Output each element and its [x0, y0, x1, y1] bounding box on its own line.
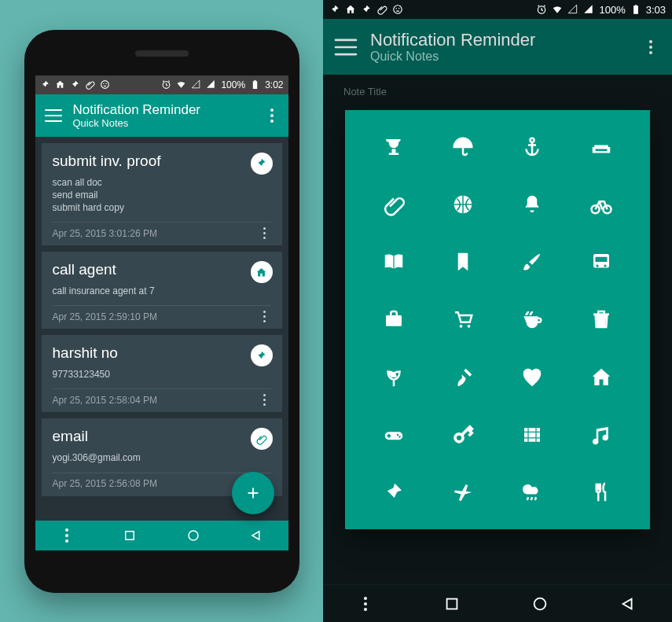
note-title: call agent	[53, 261, 271, 278]
note-time: Apr 25, 2015 3:01:26 PM	[53, 228, 157, 239]
umbrella-icon[interactable]	[449, 133, 477, 161]
signal-icon	[206, 79, 216, 90]
alarm-icon	[536, 4, 547, 15]
home-button[interactable]	[186, 528, 200, 543]
home-icon	[345, 4, 356, 15]
rain-icon[interactable]	[518, 478, 546, 506]
film-icon[interactable]	[518, 421, 546, 449]
bicycle-icon[interactable]	[587, 190, 615, 219]
book-icon[interactable]	[380, 248, 408, 276]
pin-icon[interactable]	[380, 478, 408, 506]
phone-speaker	[135, 50, 189, 57]
overflow-button[interactable]	[265, 109, 279, 123]
music-icon[interactable]	[587, 421, 615, 449]
note-list[interactable]: submit inv. proof scan all doc send emai…	[35, 137, 288, 521]
icon-picker[interactable]	[345, 110, 650, 529]
bus-icon[interactable]	[587, 248, 615, 276]
clock-text: 3:02	[265, 79, 283, 90]
battery-text: 100%	[221, 79, 245, 90]
cart-icon[interactable]	[449, 305, 477, 333]
sofa-icon[interactable]	[587, 133, 615, 161]
note-body: scan all doc send email submit hard copy	[53, 176, 271, 215]
bell-icon[interactable]	[518, 190, 546, 219]
recent-apps-button[interactable]	[443, 595, 461, 613]
note-body: yogi.306@gmail.com	[53, 451, 271, 464]
app-title: Notification Reminder	[73, 102, 254, 118]
note-card[interactable]: harshit no 97733123450 Apr 25, 2015 2:58…	[42, 335, 282, 412]
back-button[interactable]	[619, 595, 637, 613]
leaf-icon[interactable]	[380, 363, 408, 392]
pin-icon	[255, 157, 267, 169]
note-icon-badge[interactable]	[251, 153, 273, 175]
home-icon[interactable]	[587, 363, 615, 392]
paperclip-icon	[255, 433, 267, 445]
trophy-icon[interactable]	[380, 133, 408, 161]
back-button[interactable]	[249, 528, 263, 543]
menu-button[interactable]	[335, 39, 358, 55]
guitar-icon[interactable]	[449, 363, 477, 392]
note-menu-button[interactable]	[259, 311, 271, 322]
gamepad-icon[interactable]	[380, 421, 408, 449]
app-subtitle: Quick Notes	[370, 50, 628, 64]
screen-body	[323, 101, 672, 584]
heart-icon[interactable]	[518, 363, 546, 392]
pin-icon	[329, 4, 340, 15]
note-title: harshit no	[53, 344, 271, 362]
wifi-icon	[552, 4, 563, 15]
battery-icon	[250, 79, 260, 90]
face-icon	[392, 4, 403, 15]
clock-text: 3:03	[646, 4, 666, 16]
note-icon-badge[interactable]	[251, 428, 273, 450]
cutlery-icon[interactable]	[587, 478, 615, 506]
pin-icon	[40, 79, 50, 90]
anchor-icon[interactable]	[518, 133, 546, 161]
overflow-button[interactable]	[644, 40, 658, 54]
status-left	[329, 4, 403, 15]
pin-icon	[361, 4, 372, 15]
signal-icon	[191, 79, 201, 90]
paperclip-icon[interactable]	[380, 190, 408, 219]
note-menu-button[interactable]	[259, 394, 271, 406]
key-icon[interactable]	[449, 421, 477, 449]
note-title: submit inv. proof	[53, 153, 271, 170]
note-icon-badge[interactable]	[251, 344, 273, 366]
plus-icon	[244, 484, 262, 502]
nav-menu-button[interactable]	[60, 528, 74, 543]
pin-icon	[70, 79, 80, 90]
coffee-icon[interactable]	[518, 305, 546, 333]
plane-icon[interactable]	[449, 478, 477, 506]
nav-bar	[35, 521, 288, 550]
face-icon	[100, 79, 110, 90]
wifi-icon	[176, 79, 186, 90]
note-body: call insurance agent at 7	[53, 285, 271, 297]
note-card[interactable]: call agent call insurance agent at 7 Apr…	[42, 252, 282, 329]
add-note-fab[interactable]	[232, 472, 274, 514]
menu-button[interactable]	[45, 109, 62, 122]
note-body: 97733123450	[53, 368, 271, 381]
app-title: Notification Reminder	[370, 30, 628, 50]
note-title-field-label: Note Title	[323, 75, 672, 101]
signal-icon	[567, 4, 578, 15]
note-time: Apr 25, 2015 2:59:10 PM	[53, 311, 157, 322]
brush-icon[interactable]	[518, 248, 546, 276]
basketball-icon[interactable]	[449, 190, 477, 219]
right-screen: 100% 3:03 Notification Reminder Quick No…	[323, 0, 672, 622]
app-bar: Notification Reminder Quick Notes	[35, 94, 288, 137]
note-title: email	[53, 428, 271, 445]
note-menu-button[interactable]	[259, 227, 271, 239]
briefcase-icon[interactable]	[380, 305, 408, 333]
status-right: 100% 3:03	[536, 4, 666, 16]
battery-icon	[630, 4, 641, 15]
bookmark-icon[interactable]	[449, 248, 477, 276]
recent-apps-button[interactable]	[123, 528, 137, 543]
note-icon-badge[interactable]	[251, 261, 273, 283]
paperclip-icon	[85, 79, 95, 90]
trash-icon[interactable]	[587, 305, 615, 333]
note-card[interactable]: submit inv. proof scan all doc send emai…	[42, 143, 282, 246]
nav-menu-button[interactable]	[358, 597, 373, 611]
phone-frame: 100% 3:02 Notification Reminder Quick No…	[24, 30, 299, 593]
home-button[interactable]	[531, 595, 549, 613]
app-bar: Notification Reminder Quick Notes	[323, 19, 672, 75]
paperclip-icon	[376, 4, 387, 15]
alarm-icon	[161, 79, 171, 90]
